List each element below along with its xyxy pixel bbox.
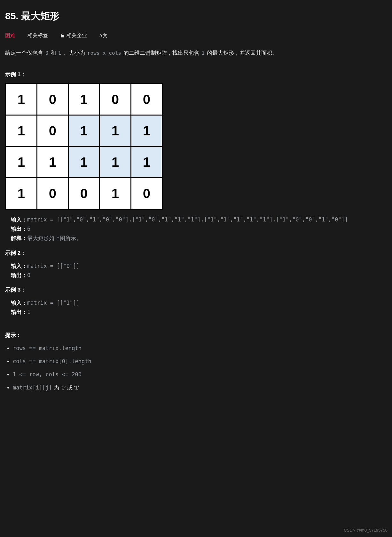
font-switch-icon[interactable]: A文 <box>99 32 107 39</box>
desc-code: rows x cols <box>87 50 122 56</box>
constraint-code: cols == matrix[0].length <box>13 358 91 365</box>
matrix-table: 10100101111111110010 <box>5 83 163 210</box>
output-label: 输出： <box>11 226 27 232</box>
constraint-item: cols == matrix[0].length <box>13 357 387 366</box>
input-value: matrix = [["1","0","1","0","0"],["1","0"… <box>27 216 348 223</box>
example3-heading: 示例 3： <box>5 285 387 294</box>
meta-row: 困难 相关标签 相关企业 A文 <box>5 31 387 40</box>
matrix-cell: 0 <box>68 178 100 209</box>
matrix-cell: 0 <box>37 84 68 115</box>
desc-text: 的二维二进制矩阵，找出只包含 <box>122 50 201 56</box>
constraint-code: 1 <= row, cols <= 200 <box>13 371 82 378</box>
example3-block: 输入：matrix = [["1"]] 输出：1 <box>11 299 387 317</box>
desc-text: 和 <box>49 50 57 56</box>
constraints-list: rows == matrix.lengthcols == matrix[0].l… <box>5 344 387 392</box>
desc-code: 1 <box>58 50 62 56</box>
input-label: 输入： <box>11 263 27 269</box>
matrix-cell: 1 <box>6 146 37 178</box>
watermark: CSDN @m0_57195758 <box>344 527 388 534</box>
constraint-item: rows == matrix.length <box>13 344 387 353</box>
output-value: 0 <box>27 272 30 278</box>
constraint-code: matrix[i][j] <box>13 384 52 391</box>
input-value: matrix = [["1"]] <box>27 300 80 306</box>
desc-text: 的最大矩形，并返回其面积。 <box>205 50 278 56</box>
example1-block: 输入：matrix = [["1","0","1","0","0"],["1",… <box>11 215 387 243</box>
matrix-cell: 1 <box>37 146 68 178</box>
problem-title: 85. 最大矩形 <box>5 8 387 24</box>
related-companies-label: 相关企业 <box>67 31 87 40</box>
constraints-heading: 提示： <box>5 331 387 340</box>
desc-text: 、大小为 <box>62 50 86 56</box>
matrix-cell: 1 <box>6 84 37 115</box>
related-companies-link[interactable]: 相关企业 <box>60 31 87 40</box>
output-value: 1 <box>27 309 30 315</box>
difficulty-badge: 困难 <box>5 31 15 40</box>
constraint-code: rows == matrix.length <box>13 345 82 351</box>
lock-icon <box>60 33 65 38</box>
output-label: 输出： <box>11 272 27 278</box>
input-label: 输入： <box>11 217 27 223</box>
example1-heading: 示例 1： <box>5 70 387 79</box>
matrix-cell: 1 <box>131 146 162 178</box>
matrix-cell: 1 <box>68 115 100 146</box>
constraint-item: matrix[i][j] 为 '0' 或 '1' <box>13 383 387 392</box>
output-value: 6 <box>27 226 30 232</box>
matrix-cell: 0 <box>131 178 162 209</box>
matrix-cell: 1 <box>68 84 100 115</box>
matrix-cell: 1 <box>68 146 100 178</box>
matrix-cell: 1 <box>131 115 162 146</box>
example2-block: 输入：matrix = [["0"]] 输出：0 <box>11 262 387 280</box>
matrix-cell: 0 <box>37 115 68 146</box>
matrix-cell: 1 <box>6 115 37 146</box>
matrix-cell: 0 <box>100 84 131 115</box>
related-tags-link[interactable]: 相关标签 <box>27 31 48 40</box>
matrix-cell: 1 <box>100 146 131 178</box>
matrix-cell: 0 <box>37 178 68 209</box>
matrix-cell: 1 <box>100 115 131 146</box>
desc-text: 给定一个仅包含 <box>5 50 45 56</box>
output-label: 输出： <box>11 309 27 315</box>
example1-matrix-image: 10100101111111110010 <box>5 83 387 210</box>
matrix-cell: 1 <box>100 178 131 209</box>
problem-description: 给定一个仅包含 0 和 1 、大小为 rows x cols 的二维二进制矩阵，… <box>5 49 387 57</box>
explain-value: 最大矩形如上图所示。 <box>27 235 82 241</box>
matrix-cell: 1 <box>6 178 37 209</box>
matrix-cell: 0 <box>131 84 162 115</box>
example2-heading: 示例 2： <box>5 249 387 257</box>
constraint-tail: 为 '0' 或 '1' <box>52 385 79 391</box>
input-value: matrix = [["0"]] <box>27 263 80 269</box>
input-label: 输入： <box>11 300 27 306</box>
desc-code: 1 <box>201 50 205 56</box>
explain-label: 解释： <box>11 235 27 241</box>
constraint-item: 1 <= row, cols <= 200 <box>13 370 387 379</box>
desc-code: 0 <box>45 50 49 56</box>
